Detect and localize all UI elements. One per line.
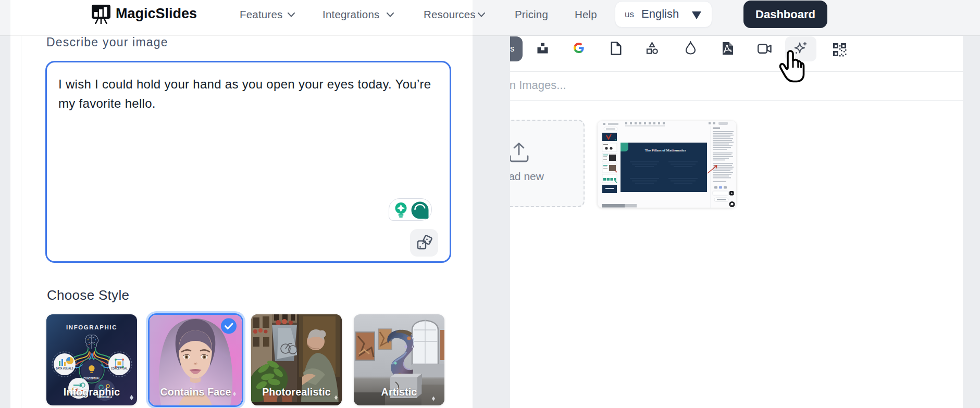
svg-text:INFOGRAPHIC: INFOGRAPHIC [66, 324, 117, 330]
svg-text:CONCEPTUAL: CONCEPTUAL [83, 377, 100, 380]
svg-text:The Pillars of Mathematics: The Pillars of Mathematics [645, 148, 686, 152]
svg-text:CONCEPTUAL: CONCEPTUAL [111, 367, 128, 370]
svg-text:DATA VISUALS: DATA VISUALS [56, 367, 73, 370]
